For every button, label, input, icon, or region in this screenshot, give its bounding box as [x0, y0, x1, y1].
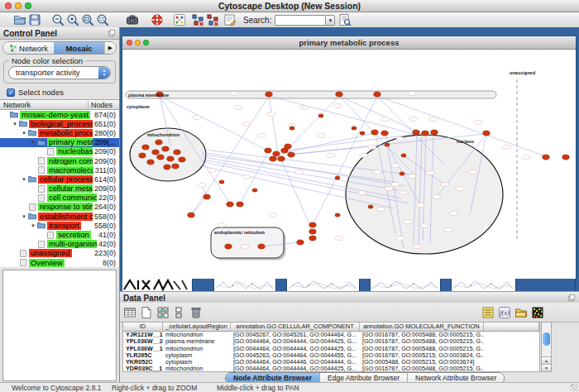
column-header[interactable]: annotation.GO MOLECULAR_FUNCTION — [360, 323, 484, 331]
attribute-table-button[interactable] — [123, 306, 136, 319]
table-row[interactable]: YPL036W__2plasma membrane[GO:0044464, GO… — [123, 338, 539, 345]
tree-row-secretion[interactable]: secretion41(0) — [0, 230, 119, 239]
tree-expand-icon[interactable]: ▼ — [20, 214, 28, 219]
tree-row-biological-process[interactable]: ▼biological_process651(0) — [0, 119, 119, 128]
tab-overflow-button[interactable]: ▶ — [104, 42, 116, 54]
tree-expand-icon[interactable]: ▼ — [29, 223, 37, 228]
tree-node-count: 311(0) — [93, 166, 116, 174]
tree-row-unassigned[interactable]: unassigned223(0) — [0, 249, 119, 258]
tree-expand-icon[interactable]: ▼ — [11, 122, 19, 127]
search-dropdown-arrow-icon[interactable]: ▼ — [325, 15, 335, 26]
data-panel: Data Panel f(x) ID_cellularLayoutRegiona… — [120, 291, 579, 383]
network-view-window[interactable]: primary metabolic process plasma membran… — [122, 36, 576, 279]
status-hint-pan: Middle-click + drag to PAN — [217, 384, 299, 392]
table-cell: YKR052C — [123, 359, 163, 366]
background-window-edge[interactable] — [192, 279, 214, 291]
table-row[interactable]: YKR052Ccytoplasm[GO:0044464, GO:0044446,… — [123, 359, 539, 366]
tree-row-primary-metabo[interactable]: ▼primary metabo209(... — [0, 138, 119, 147]
tree-row-cellular-metabol[interactable]: cellular metabol209(0) — [0, 184, 119, 194]
vizmapper-button[interactable] — [173, 13, 186, 26]
delete-attribute-button[interactable] — [189, 306, 203, 319]
tree-node-count: 41(0) — [97, 231, 116, 239]
tree-row-mosaic-demo-yeast[interactable]: mosaic-demo-yeast874(0) — [0, 110, 119, 119]
network-tree-header: Network Nodes — [0, 99, 119, 110]
tree-expand-icon[interactable]: ▼ — [20, 177, 28, 182]
column-header[interactable] — [484, 323, 539, 331]
table-cell: [GO:0045267, GO:0045261, GO:0044464, G..… — [231, 332, 360, 338]
network-window-titlebar[interactable]: primary metabolic process — [122, 36, 576, 50]
node-color-dropdown[interactable]: transporter activity ▲▼ — [8, 66, 111, 79]
zoom-out-button[interactable] — [51, 13, 65, 26]
column-header[interactable]: _cellularLayoutRegion — [163, 323, 231, 331]
network-canvas[interactable]: plasma membranecytoplasmmitochondrionnuc… — [122, 50, 576, 279]
column-header[interactable]: annotation.GO CELLULAR_COMPONENT — [231, 323, 360, 331]
zoom-fit-button[interactable] — [81, 13, 94, 26]
tree-row-multi-organism-pro[interactable]: multi-organism pro42(0) — [0, 240, 119, 249]
background-window-edge[interactable] — [440, 279, 452, 291]
tree-row-cell-communicat[interactable]: cell communicat22(0) — [0, 194, 119, 203]
tree-row-metabolic-process[interactable]: ▼metabolic process280(0) — [0, 128, 119, 137]
resize-grip[interactable] — [571, 384, 578, 391]
tree-node-label: secretion — [56, 231, 91, 239]
control-panel-title: Control Panel — [3, 29, 57, 38]
hide-selected-nodes-button[interactable] — [191, 13, 204, 26]
background-window-edge[interactable] — [275, 279, 287, 291]
attribute-list-button[interactable] — [481, 306, 495, 319]
table-cell: mitochondrion — [163, 346, 231, 352]
save-button[interactable] — [28, 13, 41, 26]
tree-row-nucleobase-[interactable]: nucleobase-209(0) — [0, 147, 119, 156]
search-label: Search: — [243, 16, 271, 25]
column-header[interactable]: ID — [123, 323, 163, 331]
tree-row-cellular-process[interactable]: ▼cellular process614(0) — [0, 174, 119, 184]
attribute-table[interactable]: ID_cellularLayoutRegionannotation.GO CEL… — [122, 322, 540, 372]
tree-row-response-to-stimulu[interactable]: response to stimulu264(0) — [0, 203, 119, 212]
birdseye-view-panel[interactable] — [2, 270, 117, 381]
table-row[interactable]: YPL036W__1mitochondrion[GO:0044464, GO:0… — [123, 346, 539, 352]
snapshot-camera-button[interactable] — [126, 13, 139, 26]
float-panel-icon[interactable] — [108, 29, 116, 37]
table-row[interactable]: YLR295Ccytoplasm[GO:0045263, GO:0044464,… — [123, 352, 539, 359]
search-input[interactable] — [275, 15, 325, 26]
tab-mosaic[interactable]: Mosaic — [54, 42, 104, 54]
tree-row-transport[interactable]: ▼transport558(0) — [0, 221, 119, 230]
network-graph[interactable]: plasma membranecytoplasmmitochondrionnuc… — [122, 50, 576, 279]
table-row[interactable]: YJR121W__1mitochondrion[GO:0045267, GO:0… — [123, 332, 539, 338]
background-window-edge[interactable] — [515, 279, 576, 291]
heatmap-button[interactable] — [531, 306, 544, 319]
search-combo[interactable]: ▼ — [275, 15, 335, 26]
network-tab-icon — [9, 44, 17, 52]
svg-text:cytoplasm: cytoplasm — [127, 104, 150, 109]
tab-network[interactable]: Network — [3, 42, 54, 54]
float-panel-icon[interactable] — [567, 294, 576, 302]
scroll-up-icon[interactable]: ▲ — [542, 356, 551, 364]
attribute-table-scrollbar[interactable]: ▲ ▼ — [541, 322, 552, 372]
zoom-selected-button[interactable] — [96, 13, 109, 26]
formula-builder-button[interactable]: f(x) — [498, 306, 511, 319]
file-icon — [19, 250, 27, 257]
folder-icon — [10, 111, 18, 118]
folder-icon — [28, 213, 36, 220]
dropdown-stepper-icon[interactable]: ▲▼ — [98, 67, 110, 79]
annotation-button[interactable] — [223, 13, 237, 26]
help-lifering-button[interactable] — [151, 13, 164, 26]
tree-row-establishment-of-lo[interactable]: ▼establishment of lo558(0) — [0, 212, 119, 221]
open-folder-button[interactable] — [13, 13, 26, 26]
select-attributes-button[interactable] — [156, 306, 170, 319]
scrollbar-thumb[interactable] — [543, 332, 550, 346]
import-attributes-button[interactable] — [514, 306, 528, 319]
tree-expand-icon[interactable]: ▼ — [29, 140, 37, 145]
tree-node-label: mosaic-demo-yeast — [20, 111, 90, 119]
unselect-attributes-button[interactable] — [173, 306, 186, 319]
scroll-down-icon[interactable]: ▼ — [542, 364, 551, 371]
new-attribute-button[interactable] — [140, 306, 153, 319]
tree-expand-icon[interactable]: ▼ — [20, 131, 28, 136]
tree-node-count: 223(0) — [93, 249, 116, 257]
zoom-in-button[interactable] — [66, 13, 79, 26]
select-nodes-checkbox[interactable]: ✓ — [7, 88, 15, 97]
search-options-button[interactable] — [338, 13, 352, 26]
tree-row-nitrogen-compo[interactable]: nitrogen compo209(0) — [0, 156, 119, 165]
tree-row-overview[interactable]: Overview8(0) — [0, 258, 119, 267]
hide-selected-edges-button[interactable] — [206, 13, 219, 26]
tree-row-macromolecule[interactable]: macromolecule311(0) — [0, 165, 119, 174]
background-window-edge[interactable] — [359, 279, 371, 291]
